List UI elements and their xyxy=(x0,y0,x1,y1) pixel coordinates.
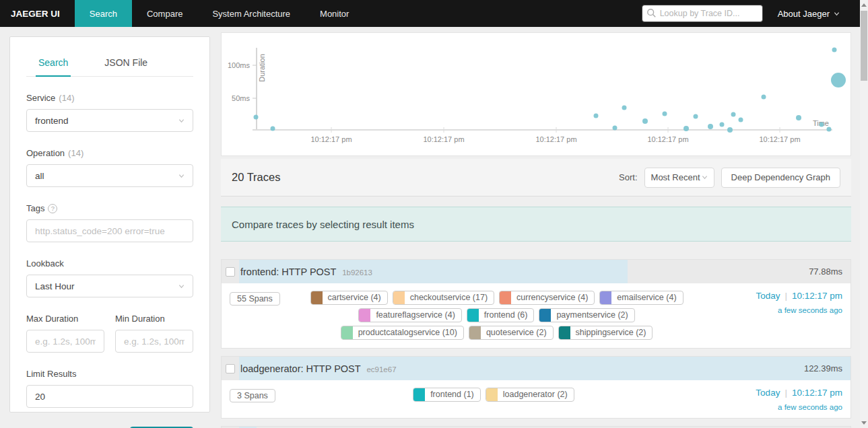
trace-scatter-point[interactable] xyxy=(683,126,689,131)
service-chip-quoteservice-2: quoteservice (2) xyxy=(469,326,554,340)
trace-relative-time: a few seconds ago xyxy=(728,403,842,411)
tags-group: Tags ? xyxy=(26,203,193,242)
service-select-value: frontend xyxy=(35,116,69,126)
trace-scatter-point[interactable] xyxy=(708,124,713,129)
lookback-select[interactable]: Last Hour xyxy=(26,275,193,297)
tags-input[interactable] xyxy=(26,219,193,242)
service-chip-frontend-1: frontend (1) xyxy=(413,388,481,402)
trace-card[interactable]: frontend: HTTP POST 1b9261377.88ms55 Spa… xyxy=(221,259,851,349)
scroll-up-icon[interactable] xyxy=(861,3,867,7)
trace-scatter-point[interactable] xyxy=(663,112,667,116)
span-count-chip: 3 Spans xyxy=(230,389,275,402)
trace-body: 55 Spanscartservice (4)checkoutservice (… xyxy=(222,283,850,348)
trace-checkbox[interactable] xyxy=(226,267,235,277)
nav-item-monitor[interactable]: Monitor xyxy=(305,0,364,27)
trace-scatter-point[interactable] xyxy=(694,114,698,119)
app-brand[interactable]: JAEGER UI xyxy=(0,0,75,27)
service-chip-label: checkoutservice (17) xyxy=(405,291,494,304)
trace-scatter-point[interactable] xyxy=(642,118,648,124)
trace-scatter-point[interactable] xyxy=(831,73,846,87)
lookback-select-value: Last Hour xyxy=(35,281,75,291)
operation-select-value: all xyxy=(35,171,44,181)
trace-scatter-point[interactable] xyxy=(796,115,801,120)
operation-count: (14) xyxy=(68,148,84,158)
separator: | xyxy=(784,291,787,301)
tab-search[interactable]: Search xyxy=(36,50,71,76)
search-sidebar: Search JSON File Service (14) frontend O… xyxy=(9,36,210,413)
trace-date-time: Today|10:12:17 pm xyxy=(728,388,842,398)
tags-label: Tags ? xyxy=(26,203,193,213)
nav-item-compare[interactable]: Compare xyxy=(132,0,197,27)
service-chip-frontend-6: frontend (6) xyxy=(467,308,535,322)
sort-label: Sort: xyxy=(619,172,637,182)
service-color-swatch xyxy=(559,326,570,339)
nav-item-search[interactable]: Search xyxy=(75,0,132,27)
service-color-swatch xyxy=(311,291,323,304)
results-main: 50ms100ms10:12:17 pm10:12:17 pm10:12:17 … xyxy=(221,27,851,428)
deep-dependency-graph-button[interactable]: Deep Dependency Graph xyxy=(721,168,840,188)
chevron-down-icon xyxy=(178,173,185,179)
service-color-swatch xyxy=(469,326,481,339)
service-select[interactable]: frontend xyxy=(26,109,193,132)
about-jaeger-menu[interactable]: About Jaeger xyxy=(778,9,840,19)
trace-body: 3 Spansfrontend (1)loadgenerator (2)Toda… xyxy=(222,380,850,418)
nav-item-system-architecture[interactable]: System Architecture xyxy=(197,0,305,27)
help-icon[interactable]: ? xyxy=(48,204,57,213)
service-group: Service (14) frontend xyxy=(26,93,193,132)
service-chip-label: quoteservice (2) xyxy=(481,326,553,339)
trace-duration: 122.39ms xyxy=(804,363,850,373)
scroll-down-icon[interactable] xyxy=(861,421,867,425)
x-tick-label: 10:12:17 pm xyxy=(423,135,464,143)
trace-header: loadgenerator: HTTP POST ec91e67122.39ms xyxy=(222,357,850,380)
trace-scatter-point[interactable] xyxy=(827,127,832,132)
trace-scatter-point[interactable] xyxy=(271,127,275,131)
service-color-swatch xyxy=(486,388,498,401)
tab-json-file[interactable]: JSON File xyxy=(102,50,150,76)
trace-checkbox[interactable] xyxy=(226,364,235,373)
trace-scatter-point[interactable] xyxy=(762,95,766,100)
trace-scatter-point[interactable] xyxy=(613,126,617,131)
trace-scatter-point[interactable] xyxy=(720,122,725,127)
trace-list: frontend: HTTP POST 1b9261377.88ms55 Spa… xyxy=(221,259,851,428)
trace-lookup xyxy=(642,5,763,22)
limit-results-input[interactable] xyxy=(26,385,193,408)
service-label-text: Service xyxy=(26,93,55,103)
operation-select[interactable]: all xyxy=(26,164,193,187)
y-axis-title: Duration xyxy=(258,54,266,82)
max-duration-input[interactable] xyxy=(26,330,104,353)
trace-scatter-point[interactable] xyxy=(727,127,733,133)
limit-results-label-text: Limit Results xyxy=(26,369,76,379)
span-count-chip: 55 Spans xyxy=(230,292,280,306)
service-chip-checkoutservice-17: checkoutservice (17) xyxy=(393,291,494,305)
x-tick-label: 10:12:17 pm xyxy=(647,135,688,143)
separator: | xyxy=(784,388,787,398)
trace-date-time: Today|10:12:17 pm xyxy=(728,291,842,301)
chevron-down-icon xyxy=(178,118,185,124)
trace-date: Today xyxy=(756,388,780,398)
min-duration-input[interactable] xyxy=(115,330,193,353)
scrollbar-thumb[interactable] xyxy=(861,11,867,81)
tags-label-text: Tags xyxy=(26,203,44,213)
trace-scatter-point[interactable] xyxy=(832,48,837,52)
trace-timestamp: Today|10:12:17 pma few seconds ago xyxy=(728,386,842,411)
trace-scatter-point[interactable] xyxy=(820,122,824,127)
min-duration-label: Min Duration xyxy=(115,314,193,324)
limit-results-label: Limit Results xyxy=(26,369,193,379)
trace-card[interactable]: loadgenerator: HTTP POST ec91e67122.39ms… xyxy=(221,356,851,419)
service-color-swatch xyxy=(359,309,370,322)
service-chip-shippingservice-2: shippingservice (2) xyxy=(558,326,653,340)
service-label: Service (14) xyxy=(26,93,193,103)
trace-scatter-point[interactable] xyxy=(254,115,259,120)
service-chip-label: currencyservice (4) xyxy=(511,291,594,304)
max-duration-label-text: Max Duration xyxy=(26,314,78,324)
top-navbar: JAEGER UI SearchCompareSystem Architectu… xyxy=(0,0,860,27)
chevron-down-icon xyxy=(834,11,840,17)
trace-scatter-point[interactable] xyxy=(739,118,743,122)
trace-scatter-point[interactable] xyxy=(731,112,736,117)
sort-select[interactable]: Most Recent xyxy=(644,168,714,188)
trace-lookup-input[interactable] xyxy=(642,5,763,22)
service-color-swatch xyxy=(413,388,425,401)
trace-scatter-point[interactable] xyxy=(622,106,627,110)
vertical-scrollbar[interactable] xyxy=(860,0,868,428)
trace-scatter-point[interactable] xyxy=(594,114,599,118)
